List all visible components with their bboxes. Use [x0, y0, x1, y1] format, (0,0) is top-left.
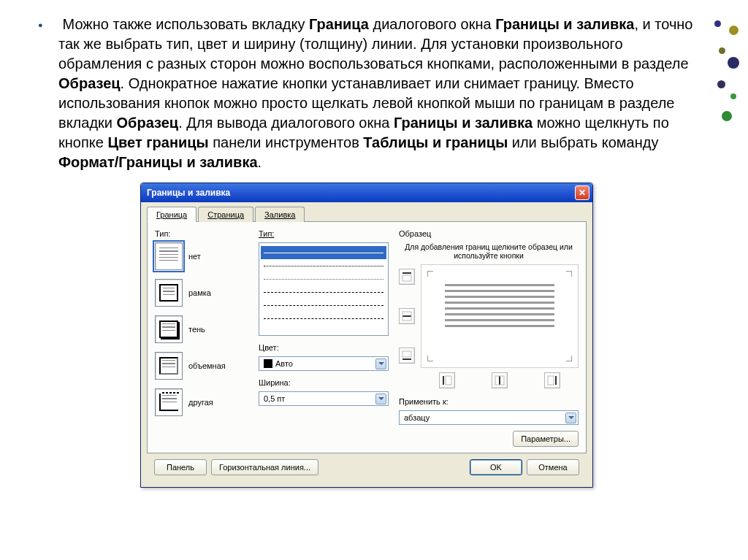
- color-swatch-icon: [264, 359, 272, 368]
- apply-to-combo[interactable]: абзацу: [399, 410, 579, 425]
- width-label: Ширина:: [259, 378, 389, 387]
- chevron-down-icon: [375, 358, 386, 369]
- sample-hint: Для добавления границ щелкните образец и…: [399, 242, 579, 264]
- close-icon: ✕: [579, 188, 586, 198]
- tab-border[interactable]: Граница: [147, 207, 196, 222]
- border-right-button[interactable]: [544, 372, 560, 388]
- preset-3d[interactable]: объемная: [155, 352, 248, 380]
- sample-label: Образец: [399, 229, 579, 238]
- svg-rect-6: [443, 376, 444, 385]
- svg-rect-1: [402, 275, 411, 281]
- preset-custom[interactable]: другая: [155, 388, 248, 416]
- tab-fill[interactable]: Заливка: [255, 207, 305, 222]
- svg-rect-5: [402, 351, 411, 357]
- preset-box[interactable]: рамка: [155, 279, 248, 307]
- border-vmiddle-button[interactable]: [492, 372, 508, 388]
- border-hmiddle-button[interactable]: [399, 308, 415, 324]
- svg-rect-0: [402, 272, 411, 274]
- chevron-down-icon: [565, 413, 576, 423]
- horizontal-line-button[interactable]: Горизонтальная линия...: [211, 459, 318, 475]
- options-button[interactable]: Параметры...: [513, 431, 579, 447]
- border-top-button[interactable]: [399, 269, 415, 285]
- apply-to-label: Применить к:: [399, 397, 579, 406]
- preset-box-icon: [155, 279, 183, 307]
- line-style-listbox[interactable]: [259, 242, 389, 336]
- svg-rect-11: [548, 376, 554, 385]
- preset-shadow[interactable]: тень: [155, 315, 248, 343]
- svg-rect-10: [555, 376, 557, 385]
- sample-preview[interactable]: [421, 264, 579, 368]
- dialog-titlebar[interactable]: Границы и заливка ✕: [141, 183, 592, 202]
- preset-custom-icon: [155, 388, 183, 416]
- cancel-button[interactable]: Отмена: [527, 459, 579, 475]
- svg-rect-8: [499, 376, 500, 385]
- border-left-button[interactable]: [439, 372, 455, 388]
- preset-none[interactable]: нет: [155, 242, 248, 270]
- preset-3d-icon: [155, 352, 183, 380]
- toolbar-panel-button[interactable]: Панель: [154, 459, 207, 475]
- svg-rect-4: [402, 358, 411, 360]
- close-button[interactable]: ✕: [575, 185, 589, 200]
- preset-label: Тип:: [155, 229, 248, 238]
- style-label: Тип:: [259, 229, 389, 238]
- tab-page[interactable]: Страница: [198, 207, 253, 222]
- dialog-title: Границы и заливка: [147, 188, 230, 198]
- slide-paragraph: Можно также использовать вкладку Граница…: [58, 15, 704, 172]
- borders-shading-dialog: Границы и заливка ✕ Граница Страница Зал…: [140, 183, 593, 488]
- svg-rect-2: [402, 315, 411, 317]
- svg-rect-7: [446, 376, 451, 385]
- ok-button[interactable]: OK: [470, 459, 522, 475]
- preset-none-icon: [155, 242, 183, 270]
- preset-shadow-icon: [155, 315, 183, 343]
- color-label: Цвет:: [259, 343, 389, 352]
- border-bottom-button[interactable]: [399, 348, 415, 364]
- width-combo[interactable]: 0,5 пт: [259, 391, 389, 406]
- color-combo[interactable]: Авто: [259, 356, 389, 371]
- chevron-down-icon: [375, 394, 386, 404]
